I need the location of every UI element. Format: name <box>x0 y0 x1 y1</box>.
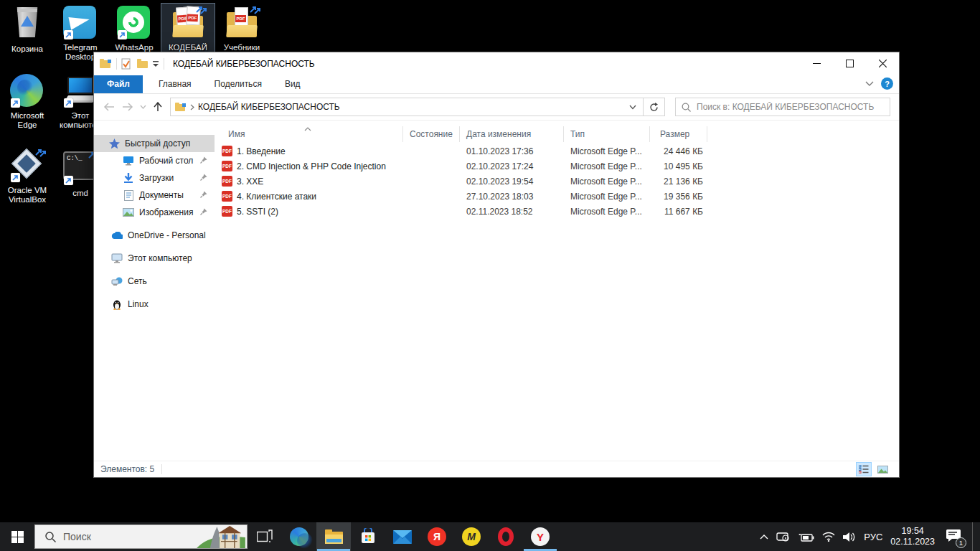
start-button[interactable] <box>0 522 34 551</box>
edge-icon <box>290 527 308 546</box>
sidebar-item-quick-access[interactable]: Быстрый доступ <box>94 135 215 152</box>
maximize-button[interactable] <box>833 52 866 75</box>
sidebar-item-desktop[interactable]: Рабочий стол <box>94 152 215 169</box>
battery-icon[interactable] <box>798 532 814 542</box>
minimize-button[interactable] <box>800 52 833 75</box>
desktop-icon-recycle-bin[interactable]: Корзина <box>0 3 55 57</box>
time: 19:54 <box>890 526 935 537</box>
cast-display-icon[interactable] <box>776 531 791 542</box>
taskbar-explorer-button[interactable] <box>316 522 351 551</box>
sidebar-item-onedrive[interactable]: OneDrive - Personal <box>94 227 215 244</box>
tab-view[interactable]: Вид <box>273 75 312 93</box>
back-button[interactable] <box>100 98 118 116</box>
address-dropdown-icon[interactable] <box>629 105 636 110</box>
column-header-type[interactable]: Тип <box>564 126 650 142</box>
sidebar-item-this-pc[interactable]: Этот компьютер <box>94 250 215 267</box>
sidebar-item-label: Загрузки <box>139 173 174 183</box>
sidebar-item-downloads[interactable]: Загрузки <box>94 169 215 187</box>
breadcrumb[interactable]: КОДЕБАЙ КИБЕРБЕЗОПАСНОСТЬ <box>198 102 340 112</box>
shortcut-arrow-icon <box>64 98 73 108</box>
pdf-file-icon: PDF <box>222 206 232 217</box>
tab-home[interactable]: Главная <box>147 75 203 93</box>
language-indicator[interactable]: РУС <box>864 532 882 542</box>
file-type: Microsoft Edge P... <box>564 192 650 202</box>
file-size: 11 667 КБ <box>650 207 707 217</box>
tab-share[interactable]: Поделиться <box>203 75 273 93</box>
m-browser-icon: M <box>462 527 481 546</box>
taskbar-mail-button[interactable] <box>385 522 420 551</box>
explorer-search-input[interactable] <box>697 102 884 112</box>
computer-icon <box>111 253 123 264</box>
column-header-size[interactable]: Размер <box>650 126 707 142</box>
help-icon[interactable]: ? <box>881 77 893 90</box>
desktop-icon-edge[interactable]: Microsoft Edge <box>0 71 55 133</box>
desktop-icon-virtualbox[interactable]: Oracle VM VirtualBox <box>0 146 55 207</box>
navigation-pane: Быстрый доступ Рабочий стол Загрузки Док… <box>94 121 215 461</box>
pdf-file-icon: PDF <box>222 146 232 156</box>
sidebar-item-pictures[interactable]: Изображения <box>94 204 215 221</box>
whatsapp-icon <box>117 6 151 40</box>
qat-dropdown-icon[interactable] <box>152 60 159 67</box>
taskbar-edge-button[interactable] <box>282 522 316 551</box>
file-modified: 02.10.2023 19:54 <box>460 176 564 187</box>
close-button[interactable] <box>866 52 899 75</box>
explorer-search-box[interactable] <box>675 98 890 116</box>
file-name: 2. CMD Injection & PHP Code Injection <box>237 161 386 171</box>
new-folder-qat-icon[interactable] <box>137 59 149 68</box>
file-row[interactable]: PDF3. XXE 02.10.2023 19:54 Microsoft Edg… <box>215 174 899 189</box>
refresh-button[interactable] <box>644 98 665 116</box>
taskbar-yandex-browser-button[interactable]: Y <box>523 522 557 551</box>
details-view-button[interactable] <box>856 462 872 476</box>
date: 02.11.2023 <box>890 537 935 547</box>
forward-button[interactable] <box>118 98 137 116</box>
taskbar-search-box[interactable] <box>34 524 248 549</box>
taskbar-store-button[interactable] <box>351 522 385 551</box>
volume-icon[interactable] <box>843 532 856 542</box>
column-header-state[interactable]: Состояние <box>403 126 460 142</box>
ribbon-collapse-icon[interactable] <box>865 81 874 87</box>
tray-expand-icon[interactable] <box>760 534 768 540</box>
search-highlight-image <box>195 525 247 548</box>
shortcut-arrow-icon <box>11 173 20 182</box>
taskbar-m-browser-button[interactable]: M <box>454 522 489 551</box>
desktop-icon-label: Oracle VM VirtualBox <box>2 186 52 204</box>
taskbar-search-input[interactable] <box>63 531 164 542</box>
file-row[interactable]: PDF2. CMD Injection & PHP Code Injection… <box>215 159 899 174</box>
status-bar: Элементов: 5 <box>94 461 899 477</box>
properties-qat-icon[interactable] <box>121 58 131 70</box>
show-desktop-button[interactable] <box>972 522 976 551</box>
up-button[interactable] <box>149 98 167 116</box>
address-bar[interactable]: КОДЕБАЙ КИБЕРБЕЗОПАСНОСТЬ <box>170 98 644 116</box>
desktop-icon-whatsapp[interactable]: WhatsApp <box>107 3 161 55</box>
taskbar-opera-button[interactable] <box>489 522 523 551</box>
file-row[interactable]: PDF5. SSTI (2) 02.11.2023 18:52 Microsof… <box>215 204 899 219</box>
downloads-icon <box>123 172 134 184</box>
shortcut-arrow-icon <box>118 30 127 39</box>
sidebar-item-label: Linux <box>128 299 149 309</box>
taskbar-yandex-button[interactable]: Я <box>420 522 454 551</box>
task-view-button[interactable] <box>248 522 282 551</box>
sidebar-item-label: Документы <box>139 190 184 200</box>
large-icons-view-button[interactable] <box>875 462 890 476</box>
column-header-modified[interactable]: Дата изменения <box>460 126 564 142</box>
sidebar-item-network[interactable]: Сеть <box>94 273 215 290</box>
file-row[interactable]: PDF1. Введение 01.10.2023 17:36 Microsof… <box>215 143 899 159</box>
tab-file[interactable]: Файл <box>94 75 143 93</box>
desktop-icon-kodebay[interactable]: PDF PDF КОДЕБАЙ <box>161 3 215 55</box>
desktop-folder-icon <box>123 155 134 166</box>
file-row[interactable]: PDF4. Клиентские атаки 27.10.2023 18:03 … <box>215 189 899 204</box>
folder-pdf-icon: PDF <box>225 6 259 40</box>
sidebar-item-documents[interactable]: Документы <box>94 187 215 204</box>
title-bar[interactable]: КОДЕБАЙ КИБЕРБЕЗОПАСНОСТЬ <box>94 52 899 75</box>
column-headers: Имя Состояние Дата изменения Тип Размер <box>215 125 899 143</box>
yandex-icon: Я <box>428 527 446 546</box>
sidebar-item-label: Быстрый доступ <box>125 138 190 149</box>
recent-locations-dropdown-icon[interactable] <box>137 98 149 116</box>
sidebar-item-linux[interactable]: Linux <box>94 296 215 313</box>
notification-center-button[interactable]: 1 <box>946 529 961 545</box>
wifi-icon[interactable] <box>822 532 835 542</box>
desktop-icon-uchebniki[interactable]: PDF Учебники <box>215 3 269 55</box>
file-name: 1. Введение <box>237 146 286 156</box>
clock[interactable]: 19:54 02.11.2023 <box>890 526 935 547</box>
file-name: 4. Клиентские атаки <box>237 192 316 202</box>
